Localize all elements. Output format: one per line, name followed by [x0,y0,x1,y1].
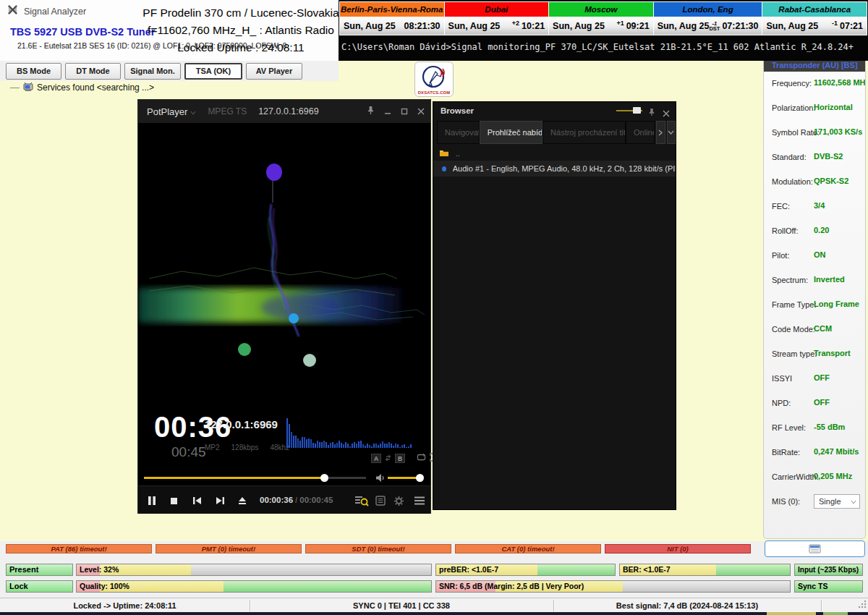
preber-label: preBER: <1.0E-7 [436,564,615,575]
parent-folder-item[interactable]: .. [439,147,460,160]
stream-info-label: 127.0.0.1:6969 [205,418,278,430]
parent-folder-label: .. [456,150,460,158]
audio-track-list-item[interactable]: Audio #1 - English, MPEG Audio, 48.0 kHz… [433,161,676,177]
volume-thumb[interactable] [416,474,424,482]
tree-branch-line [10,88,20,88]
clock-city-label: Moscow [549,2,653,17]
tp-row-bitrate: BitRate:0,247 Mbit/s [764,441,865,465]
tabs-scroll-right-button[interactable] [656,121,665,144]
clock-moscow: Moscow Sun, Aug 25 +109:21 [549,1,654,35]
pin-icon[interactable] [367,105,375,118]
taskbar-edge [0,612,868,615]
loop-icon[interactable] [417,451,426,465]
antenna-location: PF Prodelin 370 cm / Lucenec-Slovakia [142,4,340,22]
audio-codec: MP2 [205,444,220,451]
tab-av-player[interactable]: AV Player [246,63,302,80]
clock-date: Sun, Aug 25 [553,21,605,31]
lock-indicator: Lock [6,580,73,593]
audio-track-label: Audio #1 - English, MPEG Audio, 48.0 kHz… [453,164,676,173]
clock-date: Sun, Aug 25 [766,21,818,31]
chevron-down-icon [851,500,856,504]
clock-city-label: London, Eng [654,2,762,17]
window-title: Signal Analyzer [24,7,86,17]
preber-bar: preBER: <1.0E-7 [435,564,616,576]
menu-icon[interactable] [410,491,429,510]
services-tree-item[interactable]: Services found <searching ...> [10,81,154,94]
gear-icon[interactable] [389,491,408,510]
save-record-button[interactable] [765,540,865,557]
seek-thumb[interactable] [320,474,328,482]
potplayer-titlebar[interactable]: PotPlayer MPEG TS 127.0.0.1:6969 [138,100,430,123]
locked-uptime: Locked Uptime : 24:08:11 [142,39,340,56]
maximize-icon[interactable] [401,105,408,118]
audio-visualization [138,123,430,410]
tab-tsa[interactable]: TSA (OK) [184,63,242,80]
player-control-bar: 00:00:36/00:00:45 [138,485,430,514]
tab-bs-mode[interactable]: BS Mode [6,63,61,80]
audio-spectrum-bars [286,415,425,448]
tp-row-stream-type: Stream type:Transport [764,342,865,367]
clock-rabat: Rabat-Casablanca Sun, Aug 25 -107:21 [762,1,867,35]
clock-time: 09:21 [626,21,650,31]
level-bar: Level: 32% [76,564,432,576]
app-logo-icon [7,4,18,18]
ab-repeat-controls: A B [371,451,438,465]
app-titlebar: Signal Analyzer [7,4,86,18]
browser-slider-thumb[interactable] [633,107,641,114]
browser-titlebar[interactable]: Browser [433,102,676,119]
tp-row-spectrum: Spectrum:Inverted [764,268,865,293]
mis-select[interactable]: Single [814,494,860,509]
playlist-icon[interactable] [371,491,390,510]
tab-navigovat[interactable]: Navigovat [437,121,480,144]
tab-nastroj-titulku[interactable]: Nástroj procházení titulků [542,121,626,144]
chevron-down-icon[interactable] [190,105,196,118]
tp-row-carrier-width: CarrierWidth:0,205 MHz [764,465,865,490]
playlist-search-icon[interactable] [352,491,371,510]
speaker-icon[interactable] [375,472,386,485]
minimize-icon[interactable] [384,105,391,118]
ab-repeat-b-button[interactable]: B [395,454,405,463]
tab-prohlizec-nabidky[interactable]: Prohlížeč nabídky [480,121,542,144]
snr-bar: SNR: 6,5 dB (Margin: 2,5 dB | Very Poor) [435,580,791,593]
world-clock-panel: Berlin-Paris-Vienna-Roma Sun, Aug 25 08:… [339,0,868,61]
bullet-icon [442,166,446,171]
world-clocks: Berlin-Paris-Vienna-Roma Sun, Aug 25 08:… [339,1,867,35]
stream-url-label: 127.0.0.1:6969 [258,106,318,116]
tp-row-pilot: Pilot:ON [764,244,865,268]
eject-button[interactable] [233,491,252,510]
clock-dubai: Dubai Sun, Aug 25 +210:21 [445,1,550,35]
tab-signal-mon[interactable]: Signal Mon. [124,63,181,80]
time-total: 00:00:45 [299,496,333,504]
transponder-panel: Transponder (AU) [BS] Frequency:11602,56… [763,56,866,539]
stop-button[interactable] [164,491,183,510]
viz-dot-blue [289,313,299,323]
ber-label: BER: <1.0E-7 [620,564,790,575]
video-canvas[interactable] [138,123,430,410]
ab-swap-icon[interactable] [385,451,391,465]
tab-dt-mode[interactable]: DT Mode [65,63,121,80]
dxsatcs-logo: DXSATCS.COM [414,62,454,97]
snr-label: SNR: 6,5 dB (Margin: 2,5 dB | Very Poor) [436,581,790,592]
pin-icon[interactable] [648,106,655,119]
input-bar: Input (~235 Kbps) [794,564,863,576]
next-button[interactable] [210,491,229,510]
tabs-dropdown-button[interactable] [667,121,676,144]
clock-city-label: Berlin-Paris-Vienna-Roma [340,2,444,17]
close-icon[interactable] [417,105,425,118]
stream-format-label: MPEG TS [208,106,247,116]
browser-title: Browser [441,106,474,115]
potplayer-window: PotPlayer MPEG TS 127.0.0.1:6969 [137,99,431,514]
resize-grip[interactable] [857,598,867,611]
sync-ts-bar: Sync TS [794,580,863,593]
level-label: Level: 32% [77,564,431,575]
close-icon[interactable] [663,107,670,120]
tp-row-polarization: Polarization:Horizontal [764,96,865,121]
tp-row-issyi: ISSYIOFF [764,367,865,391]
previous-button[interactable] [187,491,206,510]
tab-online[interactable]: Online S [626,121,655,144]
browser-window: Browser Navigovat Prohlížeč nabídky Nást… [433,101,676,510]
ab-repeat-a-button[interactable]: A [371,454,381,463]
signal-analyzer-screen: Signal Analyzer TBS 5927 USB DVB-S2 Tune… [0,0,868,615]
pause-button[interactable] [142,491,161,510]
audio-format-info: MP2 128kbps 48khz [205,444,289,451]
